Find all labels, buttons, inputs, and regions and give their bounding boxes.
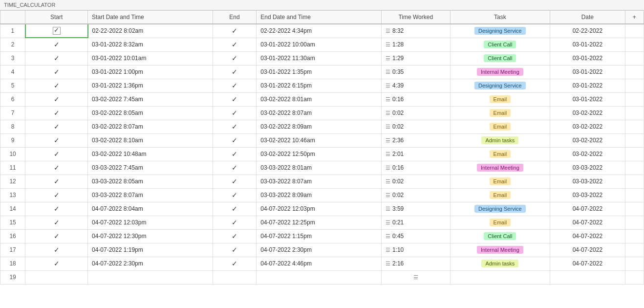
- start-check[interactable]: ✓: [54, 54, 60, 62]
- col-header-start-dt[interactable]: Start Date and Time: [88, 11, 213, 24]
- start-cell[interactable]: ✓: [25, 216, 88, 229]
- end-check[interactable]: ✓: [232, 54, 237, 62]
- start-cell[interactable]: ✓: [25, 51, 88, 65]
- task-badge[interactable]: Internal Meeting: [477, 164, 523, 172]
- end-check[interactable]: ✓: [232, 177, 237, 185]
- col-header-tw[interactable]: Time Worked: [381, 11, 450, 24]
- task-badge[interactable]: Email: [490, 219, 511, 226]
- end-cell[interactable]: ✓: [213, 243, 257, 257]
- end-check[interactable]: ✓: [232, 136, 237, 144]
- start-check[interactable]: ✓: [54, 177, 60, 185]
- start-check[interactable]: ✓: [54, 219, 60, 226]
- end-cell[interactable]: ✓: [213, 133, 257, 147]
- start-check[interactable]: ✓: [54, 82, 60, 89]
- end-check[interactable]: ✓: [232, 232, 237, 240]
- start-cell[interactable]: [25, 270, 88, 284]
- start-cell[interactable]: ✓: [25, 120, 88, 133]
- start-cell[interactable]: ✓: [25, 175, 88, 188]
- start-cell[interactable]: ✓: [25, 65, 88, 79]
- start-check[interactable]: ✓: [54, 164, 60, 172]
- end-check[interactable]: ✓: [232, 82, 237, 89]
- end-cell[interactable]: ✓: [213, 120, 257, 133]
- task-badge[interactable]: Designing Service: [474, 27, 526, 35]
- start-check[interactable]: ✓: [54, 68, 60, 76]
- task-badge[interactable]: Designing Service: [474, 205, 526, 213]
- start-check[interactable]: ✓: [54, 260, 60, 267]
- task-badge[interactable]: Internal Meeting: [477, 68, 523, 76]
- end-cell[interactable]: ✓: [213, 147, 257, 161]
- end-cell[interactable]: ✓: [213, 92, 257, 106]
- end-cell[interactable]: ✓: [213, 229, 257, 243]
- end-cell[interactable]: ✓: [213, 106, 257, 120]
- start-cell[interactable]: ✓: [25, 38, 88, 51]
- start-cell[interactable]: ✓: [25, 161, 88, 175]
- start-check[interactable]: ✓: [54, 246, 60, 254]
- end-cell[interactable]: ✓: [213, 65, 257, 79]
- start-check[interactable]: ✓: [54, 232, 60, 240]
- start-check[interactable]: ✓: [54, 150, 60, 158]
- col-header-date[interactable]: Date: [550, 11, 625, 24]
- task-badge[interactable]: Client Call: [484, 54, 516, 62]
- start-check[interactable]: ✓: [54, 205, 60, 213]
- task-badge[interactable]: Client Call: [484, 41, 516, 48]
- col-header-end-dt[interactable]: End Date and Time: [257, 11, 382, 24]
- task-badge[interactable]: Admin tasks: [481, 260, 518, 267]
- start-cell[interactable]: ✓: [25, 106, 88, 120]
- end-cell[interactable]: ✓: [213, 216, 257, 229]
- task-badge[interactable]: Email: [490, 123, 511, 131]
- task-badge[interactable]: Email: [490, 109, 511, 117]
- end-check[interactable]: ✓: [232, 68, 237, 76]
- col-header-end[interactable]: End: [213, 11, 257, 24]
- col-header-plus[interactable]: +: [625, 11, 644, 24]
- start-cell[interactable]: ✓: [25, 229, 88, 243]
- start-check[interactable]: ✓: [54, 123, 60, 131]
- start-cell[interactable]: ✓: [25, 188, 88, 202]
- end-check[interactable]: ✓: [232, 246, 237, 254]
- start-check[interactable]: ✓: [54, 109, 60, 117]
- end-cell[interactable]: ✓: [213, 202, 257, 216]
- start-check[interactable]: ✓: [54, 191, 60, 199]
- start-check[interactable]: ✓: [54, 136, 60, 144]
- task-badge[interactable]: Email: [490, 177, 511, 185]
- start-cell[interactable]: [25, 24, 88, 38]
- end-cell[interactable]: ✓: [213, 38, 257, 51]
- end-check[interactable]: ✓: [232, 123, 237, 131]
- end-check[interactable]: ✓: [232, 41, 237, 48]
- end-cell[interactable]: [213, 270, 257, 284]
- end-check[interactable]: ✓: [232, 95, 237, 103]
- start-cell[interactable]: ✓: [25, 79, 88, 92]
- end-check[interactable]: ✓: [232, 27, 237, 35]
- end-check[interactable]: ✓: [232, 109, 237, 117]
- task-badge[interactable]: Designing Service: [474, 82, 526, 89]
- col-header-task[interactable]: Task: [450, 11, 550, 24]
- start-cell[interactable]: ✓: [25, 133, 88, 147]
- end-check[interactable]: ✓: [232, 219, 237, 226]
- start-check[interactable]: ✓: [54, 41, 60, 48]
- end-cell[interactable]: ✓: [213, 79, 257, 92]
- start-cell[interactable]: ✓: [25, 92, 88, 106]
- start-cell[interactable]: ✓: [25, 243, 88, 257]
- end-cell[interactable]: ✓: [213, 24, 257, 38]
- end-check[interactable]: ✓: [232, 191, 237, 199]
- end-cell[interactable]: ✓: [213, 175, 257, 188]
- end-cell[interactable]: ✓: [213, 257, 257, 270]
- end-cell[interactable]: ✓: [213, 51, 257, 65]
- end-check[interactable]: ✓: [232, 150, 237, 158]
- end-cell[interactable]: ✓: [213, 188, 257, 202]
- task-badge[interactable]: Client Call: [484, 232, 516, 240]
- end-check[interactable]: ✓: [232, 164, 237, 172]
- end-check[interactable]: ✓: [232, 205, 237, 213]
- start-cell[interactable]: ✓: [25, 147, 88, 161]
- start-cell[interactable]: ✓: [25, 202, 88, 216]
- task-badge[interactable]: Admin tasks: [481, 136, 518, 144]
- start-checkbox[interactable]: [53, 27, 61, 35]
- end-check[interactable]: ✓: [232, 260, 237, 267]
- start-check[interactable]: ✓: [54, 95, 60, 103]
- task-badge[interactable]: Email: [490, 150, 511, 158]
- col-header-start[interactable]: Start: [25, 11, 88, 24]
- task-badge[interactable]: Email: [490, 191, 511, 199]
- task-badge[interactable]: Internal Meeting: [477, 246, 523, 254]
- end-cell[interactable]: ✓: [213, 161, 257, 175]
- task-badge[interactable]: Email: [490, 95, 511, 103]
- start-cell[interactable]: ✓: [25, 257, 88, 270]
